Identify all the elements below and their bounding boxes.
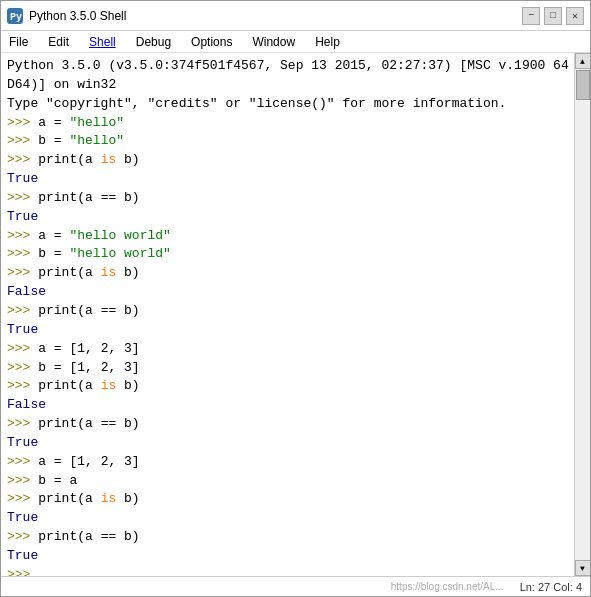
window-title: Python 3.5.0 Shell	[29, 9, 126, 23]
terminal-output[interactable]: Python 3.5.0 (v3.5.0:374f501f4567, Sep 1…	[1, 53, 574, 576]
output-6: True	[7, 434, 568, 453]
window-controls: − □ ✕	[522, 7, 584, 25]
line-9: >>> a = [1, 2, 3]	[7, 340, 568, 359]
close-button[interactable]: ✕	[566, 7, 584, 25]
svg-text:Py: Py	[10, 12, 22, 23]
content-area: Python 3.5.0 (v3.5.0:374f501f4567, Sep 1…	[1, 53, 590, 576]
output-4: True	[7, 321, 568, 340]
menu-window[interactable]: Window	[248, 34, 299, 50]
menu-edit[interactable]: Edit	[44, 34, 73, 50]
menu-file[interactable]: File	[5, 34, 32, 50]
watermark-text: https://blog.csdn.net/AL...	[391, 581, 504, 592]
scroll-track[interactable]	[575, 69, 590, 560]
minimize-button[interactable]: −	[522, 7, 540, 25]
title-bar: Py Python 3.5.0 Shell − □ ✕	[1, 1, 590, 31]
output-7: True	[7, 509, 568, 528]
header-line-1: Python 3.5.0 (v3.5.0:374f501f4567, Sep 1…	[7, 57, 568, 76]
line-10: >>> b = [1, 2, 3]	[7, 359, 568, 378]
line-11: >>> print(a is b)	[7, 377, 568, 396]
scroll-down-button[interactable]: ▼	[575, 560, 591, 576]
menu-shell[interactable]: Shell	[85, 34, 120, 50]
output-2: True	[7, 208, 568, 227]
output-3: False	[7, 283, 568, 302]
line-7: >>> print(a is b)	[7, 264, 568, 283]
output-8: True	[7, 547, 568, 566]
line-4: >>> print(a == b)	[7, 189, 568, 208]
line-2: >>> b = "hello"	[7, 132, 568, 151]
line-1: >>> a = "hello"	[7, 114, 568, 133]
line-17: >>>	[7, 566, 568, 576]
maximize-button[interactable]: □	[544, 7, 562, 25]
line-6: >>> b = "hello world"	[7, 245, 568, 264]
line-5: >>> a = "hello world"	[7, 227, 568, 246]
line-12: >>> print(a == b)	[7, 415, 568, 434]
line-16: >>> print(a == b)	[7, 528, 568, 547]
header-line-2: D64)] on win32	[7, 76, 568, 95]
line-15: >>> print(a is b)	[7, 490, 568, 509]
menu-help[interactable]: Help	[311, 34, 344, 50]
line-8: >>> print(a == b)	[7, 302, 568, 321]
python-icon: Py	[7, 8, 23, 24]
title-bar-left: Py Python 3.5.0 Shell	[7, 8, 126, 24]
scroll-thumb[interactable]	[576, 70, 590, 100]
line-3: >>> print(a is b)	[7, 151, 568, 170]
scroll-up-button[interactable]: ▲	[575, 53, 591, 69]
output-1: True	[7, 170, 568, 189]
line-14: >>> b = a	[7, 472, 568, 491]
scrollbar[interactable]: ▲ ▼	[574, 53, 590, 576]
cursor-position: Ln: 27 Col: 4	[520, 581, 582, 593]
output-5: False	[7, 396, 568, 415]
line-13: >>> a = [1, 2, 3]	[7, 453, 568, 472]
header-line-3: Type "copyright", "credits" or "license(…	[7, 95, 568, 114]
menu-bar: File Edit Shell Debug Options Window Hel…	[1, 31, 590, 53]
menu-options[interactable]: Options	[187, 34, 236, 50]
main-window: Py Python 3.5.0 Shell − □ ✕ File Edit Sh…	[0, 0, 591, 597]
menu-debug[interactable]: Debug	[132, 34, 175, 50]
status-bar: https://blog.csdn.net/AL... Ln: 27 Col: …	[1, 576, 590, 596]
